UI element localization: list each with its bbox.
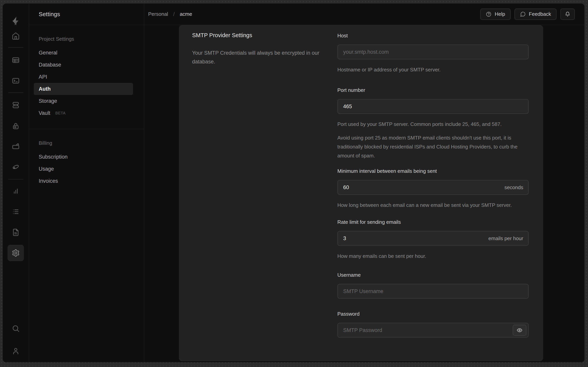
interval-input[interactable]	[337, 180, 529, 195]
interval-helper: How long between each email can a new em…	[337, 201, 529, 209]
api-docs-icon[interactable]	[8, 224, 24, 241]
port-note: Avoid using port 25 as modern SMTP email…	[337, 133, 529, 160]
toggle-password-visibility-button[interactable]	[513, 325, 526, 336]
sql-editor-icon[interactable]	[8, 73, 24, 89]
storage-icon[interactable]	[8, 138, 24, 155]
supabase-logo-icon[interactable]	[11, 16, 21, 26]
host-helper: Hostname or IP address of your SMTP serv…	[337, 65, 529, 74]
breadcrumb-project[interactable]: acme	[180, 11, 192, 17]
host-field: Host Hostname or IP address of your SMTP…	[337, 33, 529, 74]
home-icon[interactable]	[8, 28, 24, 44]
smtp-form-column: Host Hostname or IP address of your SMTP…	[337, 25, 529, 361]
username-input[interactable]	[337, 284, 529, 299]
rate-limit-helper: How many emails can be sent per hour.	[337, 252, 529, 260]
speech-bubble-icon	[520, 11, 526, 17]
project-settings-icon[interactable]	[8, 245, 24, 261]
settings-sidebar: Settings Project Settings General Databa…	[29, 3, 144, 362]
sidebar-item-database[interactable]: Database	[34, 59, 133, 71]
host-input[interactable]	[337, 45, 529, 59]
search-icon[interactable]	[8, 320, 24, 337]
breadcrumb: Personal / acme	[148, 11, 192, 17]
sidebar-item-subscription[interactable]: Subscription	[34, 151, 133, 163]
topbar: Personal / acme Help Feedback	[144, 3, 585, 25]
rate-limit-label: Rate limit for sending emails	[337, 219, 529, 225]
password-label: Password	[337, 311, 529, 317]
sidebar-item-vault[interactable]: Vault BETA	[34, 107, 133, 119]
notifications-button[interactable]	[560, 8, 575, 20]
section-description: Your SMTP Credentials will always be enc…	[192, 49, 324, 66]
smtp-settings-card: SMTP Provider Settings Your SMTP Credent…	[179, 25, 543, 361]
help-button[interactable]: Help	[480, 8, 510, 20]
rail-divider	[8, 47, 23, 48]
smtp-info-column: SMTP Provider Settings Your SMTP Credent…	[192, 25, 328, 361]
port-field: Port number Port used by your SMTP serve…	[337, 87, 529, 160]
interval-label: Minimum interval between emails being se…	[337, 168, 529, 174]
password-field: Password	[337, 311, 529, 338]
profile-icon[interactable]	[8, 343, 24, 359]
nav-section-header-project-settings: Project Settings	[39, 36, 144, 42]
bell-icon	[565, 11, 571, 17]
help-circle-icon	[486, 11, 491, 17]
port-helper: Port used by your SMTP server. Common po…	[337, 120, 529, 129]
rate-limit-field: Rate limit for sending emails emails per…	[337, 219, 529, 260]
sidebar-item-auth[interactable]: Auth	[34, 83, 133, 95]
topbar-actions: Help Feedback	[480, 8, 575, 20]
sidebar-item-invoices[interactable]: Invoices	[34, 175, 133, 187]
section-title: SMTP Provider Settings	[192, 32, 328, 39]
rail-divider	[8, 179, 23, 179]
port-label: Port number	[337, 87, 529, 93]
feedback-button[interactable]: Feedback	[515, 8, 556, 20]
sidebar-header: Settings	[29, 3, 144, 25]
rail-divider	[8, 92, 23, 93]
sidebar-item-usage[interactable]: Usage	[34, 163, 133, 175]
sidebar-item-api[interactable]: API	[34, 71, 133, 83]
username-label: Username	[337, 272, 529, 278]
password-input[interactable]	[337, 323, 529, 338]
reports-icon[interactable]	[8, 183, 24, 199]
page-title: Settings	[39, 11, 60, 17]
username-field: Username	[337, 272, 529, 299]
help-button-label: Help	[495, 11, 505, 17]
nav-section-header-billing: Billing	[39, 140, 144, 146]
rate-limit-input[interactable]	[337, 231, 529, 246]
table-editor-icon[interactable]	[8, 52, 24, 68]
beta-badge: BETA	[56, 111, 66, 115]
content-area: SMTP Provider Settings Your SMTP Credent…	[144, 25, 585, 362]
breadcrumb-org[interactable]: Personal	[148, 11, 168, 17]
sidebar-item-general[interactable]: General	[34, 47, 133, 59]
eye-icon	[517, 327, 523, 333]
sidebar-divider	[29, 129, 144, 129]
host-label: Host	[337, 33, 529, 39]
database-icon[interactable]	[8, 97, 24, 113]
logs-icon[interactable]	[8, 204, 24, 220]
sidebar-item-storage[interactable]: Storage	[34, 95, 133, 107]
main-area: Personal / acme Help Feedback	[144, 3, 585, 362]
feedback-button-label: Feedback	[529, 11, 551, 17]
interval-field: Minimum interval between emails being se…	[337, 168, 529, 209]
breadcrumb-separator: /	[173, 11, 175, 17]
authentication-icon[interactable]	[8, 118, 24, 134]
app-window: Settings Project Settings General Databa…	[3, 3, 585, 362]
edge-functions-icon[interactable]	[8, 159, 24, 175]
icon-rail	[3, 3, 29, 362]
port-input[interactable]	[337, 99, 529, 114]
